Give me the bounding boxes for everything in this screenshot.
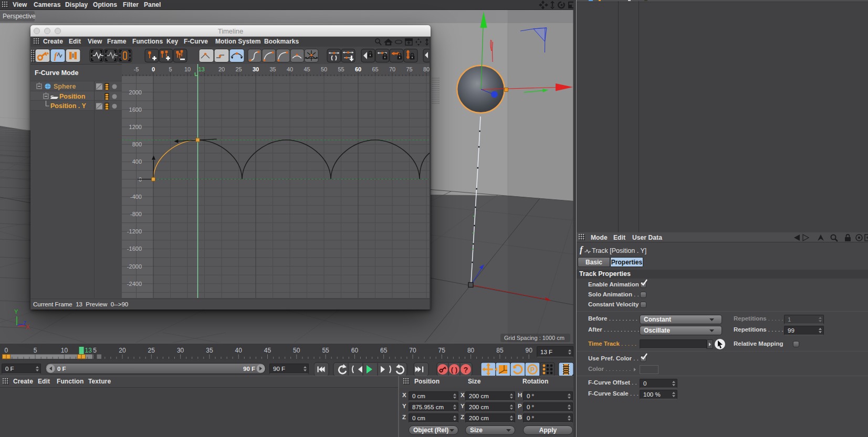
svg-text:400: 400 [132,158,142,165]
svg-text:5: 5 [34,347,37,354]
svg-text:40: 40 [235,347,243,354]
svg-text:35: 35 [206,347,213,354]
svg-text:-2000: -2000 [127,263,142,270]
svg-text:70: 70 [389,66,395,72]
svg-text:55: 55 [338,66,344,72]
svg-text:35: 35 [269,66,276,72]
svg-text:1600: 1600 [129,106,142,113]
svg-text:?: ? [464,366,468,374]
svg-text:-5: -5 [134,66,139,72]
svg-text:Position . Y: Position . Y [50,102,86,110]
svg-text:0: 0 [152,66,155,72]
svg-text:10: 10 [184,66,191,72]
svg-text:80: 80 [423,66,430,72]
svg-text:5: 5 [93,347,97,354]
svg-text:50: 50 [293,347,300,354]
svg-text:1200: 1200 [129,124,142,130]
svg-text:90: 90 [526,347,533,354]
svg-text:( ): ( ) [451,366,457,374]
svg-text:Grid Spacing : 1000 cm: Grid Spacing : 1000 cm [504,335,564,341]
svg-text:800: 800 [132,141,142,147]
svg-text:65: 65 [380,347,388,354]
svg-text:P: P [530,366,535,374]
svg-text:55: 55 [322,347,329,354]
svg-text:45: 45 [264,347,271,354]
svg-text:70: 70 [409,347,416,354]
svg-text:20: 20 [218,66,225,72]
svg-text:80: 80 [467,347,475,354]
svg-text:20: 20 [119,347,126,354]
svg-text:85: 85 [496,347,504,354]
svg-text:50: 50 [321,66,327,72]
svg-text:30: 30 [253,66,259,72]
svg-text:-2400: -2400 [127,281,142,287]
svg-text:-400: -400 [130,194,142,200]
svg-text:0: 0 [4,347,8,354]
svg-text:10: 10 [61,347,68,354]
svg-text:45: 45 [304,66,310,72]
svg-text:75: 75 [406,66,412,72]
svg-text:60: 60 [355,66,361,72]
svg-text:75: 75 [438,347,446,354]
svg-text:13: 13 [85,347,92,354]
svg-text:13: 13 [198,66,205,72]
svg-text:25: 25 [148,347,155,354]
svg-text:-1200: -1200 [127,228,142,235]
svg-text:Position: Position [59,93,85,100]
svg-text:40: 40 [287,66,293,72]
svg-text:60: 60 [351,347,359,354]
svg-text:X: X [26,324,30,330]
svg-text:2000: 2000 [129,89,142,95]
svg-text:-1600: -1600 [127,246,142,252]
svg-text:Sphere: Sphere [54,83,76,90]
svg-text:65: 65 [372,66,378,72]
svg-text:5: 5 [169,66,172,72]
svg-text:Y: Y [14,308,18,315]
svg-text:25: 25 [235,66,242,72]
svg-text:-800: -800 [130,211,142,217]
svg-text:30: 30 [177,347,184,354]
